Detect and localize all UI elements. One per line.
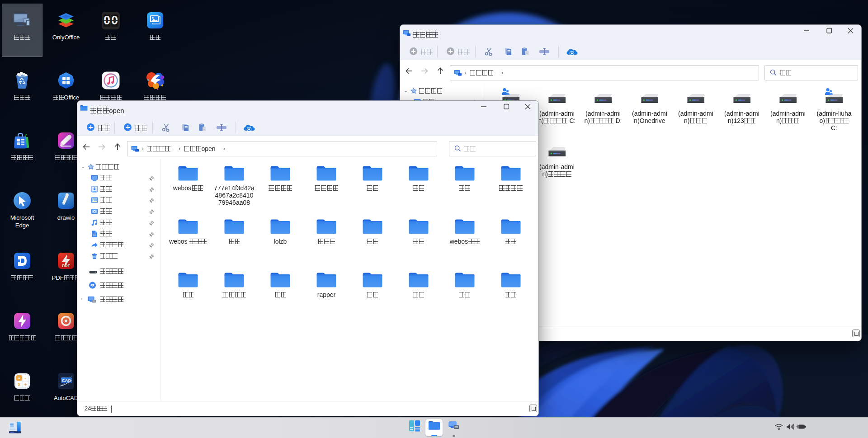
svg-text:PDF: PDF	[62, 264, 71, 268]
svg-text:-: -	[24, 375, 26, 381]
svg-text:+: +	[18, 375, 20, 381]
svg-text:CAD: CAD	[62, 378, 71, 383]
svg-text:÷: ÷	[24, 382, 27, 387]
svg-text:x: x	[18, 382, 20, 387]
